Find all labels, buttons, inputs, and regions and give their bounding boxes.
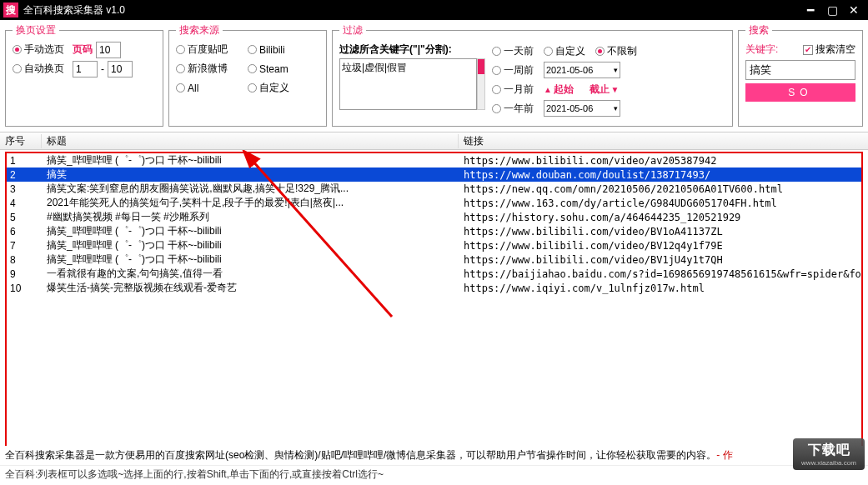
footer-desc-tail: - 作 xyxy=(716,448,732,462)
radio-manual-label: 手动选页 xyxy=(24,42,64,57)
col-link[interactable]: 链接 xyxy=(459,134,868,148)
radio-dayago[interactable]: 一天前 xyxy=(492,44,534,58)
arrow-down-icon: ▼ xyxy=(611,85,620,94)
panel-source: 搜索来源 百度贴吧 Bilibili 新浪微博 Steam All 自定义 xyxy=(168,23,327,127)
cell-link: https://history.sohu.com/a/464644235_120… xyxy=(460,212,861,223)
cell-link: https://www.bilibili.com/video/BV1oA4113… xyxy=(460,226,861,238)
table-row[interactable]: 1搞笑_哔哩哔哩 (゜-゜)つ口 干杯~-bilibilihttps://www… xyxy=(7,153,861,168)
filter-scrollbar[interactable] xyxy=(477,58,485,110)
table-row[interactable]: 8搞笑_哔哩哔哩 (゜-゜)つ口 干杯~-bilibilihttps://www… xyxy=(7,252,861,267)
keyword-input[interactable] xyxy=(745,60,855,80)
radio-monthago[interactable]: 一月前 xyxy=(492,82,534,97)
toolbar: 换页设置 手动选页 页码 自动换页 - 搜索来源 百度贴吧 Bilibili 新… xyxy=(0,20,868,132)
app-logo: 搜 xyxy=(3,2,18,18)
cell-link: https://baijiahao.baidu.com/s?id=1698656… xyxy=(460,268,861,280)
cell-no: 10 xyxy=(7,282,43,294)
minimize-button[interactable]: ━ xyxy=(800,3,821,17)
radio-auto-label: 自动换页 xyxy=(24,62,64,76)
table-row[interactable]: 10爆笑生活-搞笑-完整版视频在线观看-爱奇艺https://www.iqiyi… xyxy=(7,281,861,295)
cell-no: 7 xyxy=(7,240,43,252)
legend-source: 搜索来源 xyxy=(176,23,223,38)
table-row[interactable]: 42021年能笑死人的搞笑短句子,笑料十足,段子手的最爱!|表白|熬夜|...h… xyxy=(7,196,861,210)
page-label: 页码 xyxy=(73,42,93,57)
cell-no: 8 xyxy=(7,254,43,266)
maximize-button[interactable]: ▢ xyxy=(821,3,843,17)
result-list[interactable]: 1搞笑_哔哩哔哩 (゜-゜)つ口 干杯~-bilibilihttps://www… xyxy=(5,152,863,460)
start-label: ▲起始 xyxy=(544,82,574,97)
panel-search: 搜索 关键字: ✔搜索清空 SO xyxy=(738,23,863,127)
cell-link: https://www.bilibili.com/video/BV12q4y1f… xyxy=(460,240,861,252)
cell-no: 9 xyxy=(7,268,43,280)
cell-link: https://www.bilibili.com/video/BV1jU4y1t… xyxy=(460,254,861,266)
auto-from-input[interactable] xyxy=(73,61,98,78)
cell-link: https://www.douban.com/doulist/138717493… xyxy=(460,169,861,181)
radio-src-steam[interactable]: Steam xyxy=(248,63,314,75)
radio-weekago[interactable]: 一周前 xyxy=(492,63,534,78)
panel-pageset: 换页设置 手动选页 页码 自动换页 - xyxy=(5,23,163,127)
footer-tip: 全百科:列表框可以多选哦~选择上面的行,按着Shift,单击下面的行,或直接按着… xyxy=(0,465,868,485)
table-row[interactable]: 5#幽默搞笑视频 #每日一笑 #沙雕系列https://history.sohu… xyxy=(7,210,861,224)
col-title[interactable]: 标题 xyxy=(42,134,459,148)
table-row[interactable]: 7搞笑_哔哩哔哩 (゜-゜)つ口 干杯~-bilibilihttps://www… xyxy=(7,238,861,252)
table-row[interactable]: 9一看就很有趣的文案,句句搞笑,值得一看https://baijiahao.ba… xyxy=(7,267,861,281)
close-button[interactable]: ✕ xyxy=(843,3,865,17)
window-title: 全百科搜索采集器 v1.0 xyxy=(23,3,800,18)
dropdown-icon: ▾ xyxy=(614,66,618,74)
cell-link: https://www.iqiyi.com/v_1ulnfjz017w.html xyxy=(460,282,861,294)
radio-yearago[interactable]: 一年前 xyxy=(492,102,534,116)
cell-title: #幽默搞笑视频 #每日一笑 #沙雕系列 xyxy=(43,210,460,224)
keyword-label: 关键字: xyxy=(745,42,778,57)
cell-title: 搞笑_哔哩哔哩 (゜-゜)つ口 干杯~-bilibili xyxy=(43,238,460,252)
cell-title: 搞笑 xyxy=(43,168,460,182)
cell-title: 一看就很有趣的文案,句句搞笑,值得一看 xyxy=(43,267,460,281)
legend-search: 搜索 xyxy=(745,23,772,38)
col-no[interactable]: 序号 xyxy=(0,134,42,148)
cell-link: https://www.bilibili.com/video/av2053879… xyxy=(460,155,861,167)
table-row[interactable]: 2搞笑https://www.douban.com/doulist/138717… xyxy=(7,168,861,182)
checkbox-clear[interactable]: ✔搜索清空 xyxy=(803,42,855,57)
cell-link: https://new.qq.com/omn/20210506/20210506… xyxy=(460,183,861,195)
cell-title: 搞笑_哔哩哔哩 (゜-゜)つ口 干杯~-bilibili xyxy=(43,224,460,238)
radio-auto-page[interactable]: 自动换页 xyxy=(13,62,64,76)
cell-title: 2021年能笑死人的搞笑短句子,笑料十足,段子手的最爱!|表白|熬夜|... xyxy=(43,196,460,210)
cell-no: 4 xyxy=(7,198,43,209)
panel-filter: 过滤 过滤所含关键字("|"分割): 垃圾|虚假|假冒 一天前 自定义 不限制 … xyxy=(332,23,733,127)
date-from[interactable]: 2021-05-06▾ xyxy=(544,62,620,78)
filter-textarea[interactable]: 垃圾|虚假|假冒 xyxy=(339,58,477,110)
legend-filter: 过滤 xyxy=(339,23,366,38)
radio-src-tieba[interactable]: 百度贴吧 xyxy=(176,42,243,57)
cell-title: 搞笑文案:笑到窒息的朋友圈搞笑说说,幽默风趣,搞笑十足!329_腾讯... xyxy=(43,182,460,196)
radio-src-all[interactable]: All xyxy=(176,82,243,94)
list-header: 序号 标题 链接 xyxy=(0,132,868,150)
radio-src-weibo[interactable]: 新浪微博 xyxy=(176,62,243,76)
cell-no: 2 xyxy=(7,169,43,181)
radio-src-custom[interactable]: 自定义 xyxy=(248,81,314,95)
cell-no: 1 xyxy=(7,155,43,167)
table-row[interactable]: 6搞笑_哔哩哔哩 (゜-゜)つ口 干杯~-bilibilihttps://www… xyxy=(7,224,861,238)
search-button[interactable]: SO xyxy=(745,83,855,102)
auto-to-input[interactable] xyxy=(108,61,133,78)
arrow-up-icon: ▲ xyxy=(544,85,552,94)
cell-no: 3 xyxy=(7,183,43,195)
footer: 全百科搜索采集器是一款方便易用的百度搜索网址(seo检测、舆情检测)/贴吧/哔哩… xyxy=(0,446,868,485)
end-label: 截止▼ xyxy=(590,82,620,97)
cell-title: 搞笑_哔哩哔哩 (゜-゜)つ口 干杯~-bilibili xyxy=(43,252,460,267)
cell-title: 搞笑_哔哩哔哩 (゜-゜)つ口 干杯~-bilibili xyxy=(43,153,460,168)
dropdown-icon: ▾ xyxy=(614,104,618,112)
radio-src-bilibili[interactable]: Bilibili xyxy=(248,44,314,56)
table-row[interactable]: 3搞笑文案:笑到窒息的朋友圈搞笑说说,幽默风趣,搞笑十足!329_腾讯...ht… xyxy=(7,182,861,196)
dash: - xyxy=(101,63,104,75)
radio-custom-time[interactable]: 自定义 xyxy=(544,44,585,58)
footer-desc: 全百科搜索采集器是一款方便易用的百度搜索网址(seo检测、舆情检测)/贴吧/哔哩… xyxy=(5,448,716,462)
cell-no: 5 xyxy=(7,212,43,223)
download-badge: 下载吧 www.xiazaiba.com xyxy=(793,438,865,470)
cell-no: 6 xyxy=(7,226,43,238)
radio-nolimit[interactable]: 不限制 xyxy=(595,44,637,58)
filter-label: 过滤所含关键字("|"分割): xyxy=(339,42,485,57)
cell-link: https://www.163.com/dy/article/G984UDG60… xyxy=(460,198,861,209)
radio-manual-page[interactable]: 手动选页 xyxy=(13,42,64,57)
date-to[interactable]: 2021-05-06▾ xyxy=(544,100,620,117)
legend-pageset: 换页设置 xyxy=(13,23,59,38)
title-bar: 搜 全百科搜索采集器 v1.0 ━ ▢ ✕ xyxy=(0,0,868,20)
page-input[interactable] xyxy=(96,42,121,58)
